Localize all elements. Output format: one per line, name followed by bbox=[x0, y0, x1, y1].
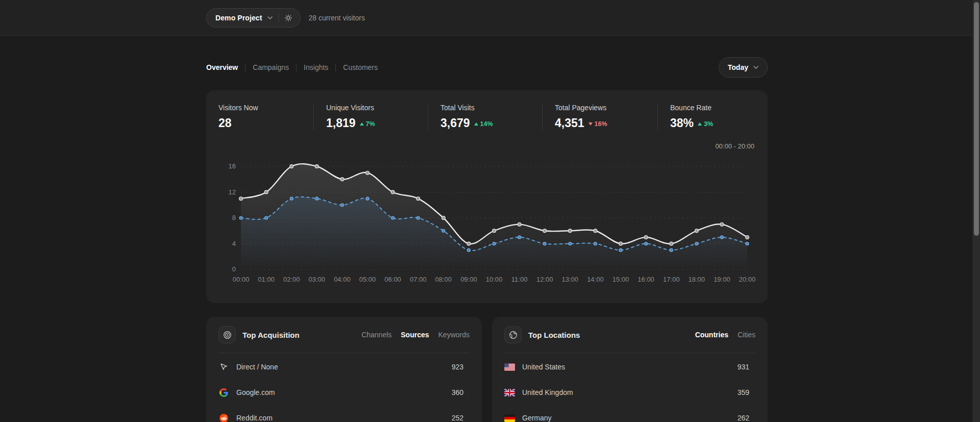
target-icon bbox=[223, 331, 232, 339]
up-triangle-icon bbox=[698, 122, 702, 126]
row-value: 923 bbox=[452, 363, 470, 371]
scrollbar-track[interactable] bbox=[972, 0, 980, 422]
svg-text:17:00: 17:00 bbox=[663, 276, 680, 283]
row-value: 262 bbox=[738, 414, 755, 422]
card-title: Top Acquisition bbox=[242, 331, 300, 339]
uk-flag-icon bbox=[504, 389, 515, 396]
location-row[interactable]: United States 931 bbox=[504, 354, 755, 380]
scrollbar-thumb[interactable] bbox=[974, 2, 979, 236]
stat-bounce-rate: Bounce Rate 38% 3% bbox=[657, 104, 755, 130]
icon-box bbox=[504, 326, 522, 343]
top-locations-header: Top Locations Countries Cities bbox=[504, 317, 755, 353]
svg-text:15:00: 15:00 bbox=[612, 276, 629, 283]
top-acquisition-header: Top Acquisition Channels Sources Keyword… bbox=[218, 317, 470, 353]
stat-delta: 3% bbox=[698, 120, 713, 128]
main-tabs: Overview Campaigns Insights Customers bbox=[206, 63, 378, 71]
de-flag-icon bbox=[504, 414, 515, 422]
tab-separator bbox=[245, 64, 246, 71]
svg-text:19:00: 19:00 bbox=[714, 276, 730, 283]
svg-text:16: 16 bbox=[229, 162, 236, 170]
tab-sources[interactable]: Sources bbox=[401, 331, 429, 339]
svg-text:0: 0 bbox=[232, 265, 236, 273]
svg-text:00:00: 00:00 bbox=[233, 276, 250, 283]
tab-campaigns[interactable]: Campaigns bbox=[253, 63, 289, 71]
nav-row: Overview Campaigns Insights Customers To… bbox=[206, 57, 768, 78]
svg-text:20:00: 20:00 bbox=[739, 276, 755, 283]
current-visitors-label: 28 current visitors bbox=[308, 14, 364, 22]
svg-text:03:00: 03:00 bbox=[309, 276, 326, 283]
tab-insights[interactable]: Insights bbox=[304, 63, 328, 71]
acquisition-row[interactable]: Reddit.com 252 bbox=[218, 405, 470, 422]
svg-text:11:00: 11:00 bbox=[511, 276, 528, 283]
row-value: 252 bbox=[452, 414, 470, 422]
date-range-button[interactable]: Today bbox=[719, 57, 768, 78]
svg-text:02:00: 02:00 bbox=[283, 276, 300, 283]
project-name: Demo Project bbox=[215, 14, 262, 22]
divider bbox=[278, 13, 279, 22]
reddit-icon bbox=[218, 414, 229, 422]
stat-value: 3,679 bbox=[440, 116, 470, 130]
topbar: Demo Project 28 current visitors bbox=[0, 0, 980, 36]
svg-text:12:00: 12:00 bbox=[536, 276, 553, 283]
cursor-icon bbox=[218, 363, 229, 371]
location-row[interactable]: Germany 262 bbox=[504, 405, 755, 422]
svg-text:05:00: 05:00 bbox=[359, 276, 376, 283]
svg-text:08:00: 08:00 bbox=[435, 276, 452, 283]
chevron-down-icon bbox=[267, 16, 273, 19]
acquisition-row[interactable]: Google.com 360 bbox=[218, 380, 470, 405]
stat-total-pageviews: Total Pageviews 4,351 16% bbox=[542, 104, 657, 130]
location-row[interactable]: United Kingdom 359 bbox=[504, 380, 755, 405]
svg-text:12: 12 bbox=[229, 188, 236, 196]
globe-icon bbox=[509, 331, 518, 339]
stat-delta: 14% bbox=[474, 120, 493, 128]
svg-text:18:00: 18:00 bbox=[689, 276, 705, 283]
svg-text:06:00: 06:00 bbox=[384, 276, 401, 283]
stat-unique-visitors: Unique Visitors 1,819 7% bbox=[313, 104, 428, 130]
tab-separator bbox=[335, 64, 336, 71]
stat-visitors-now: Visitors Now 28 bbox=[218, 104, 313, 130]
svg-text:04:00: 04:00 bbox=[334, 276, 351, 283]
icon-box bbox=[218, 326, 236, 343]
svg-text:07:00: 07:00 bbox=[410, 276, 427, 283]
locations-tabs: Countries Cities bbox=[695, 331, 755, 339]
tab-customers[interactable]: Customers bbox=[343, 63, 378, 71]
top-acquisition-card: Top Acquisition Channels Sources Keyword… bbox=[206, 317, 482, 422]
svg-text:14:00: 14:00 bbox=[587, 276, 604, 283]
project-switcher[interactable]: Demo Project bbox=[206, 8, 301, 28]
stat-total-visits: Total Visits 3,679 14% bbox=[428, 104, 542, 130]
settings-gear-icon[interactable] bbox=[284, 14, 292, 22]
top-locations-card: Top Locations Countries Cities bbox=[492, 317, 768, 422]
stat-delta: 16% bbox=[589, 120, 607, 128]
stat-value: 28 bbox=[218, 116, 232, 130]
tab-channels[interactable]: Channels bbox=[361, 331, 391, 339]
down-triangle-icon bbox=[589, 122, 593, 126]
stats-row: Visitors Now 28 Unique Visitors 1,819 7%… bbox=[206, 90, 768, 130]
stat-delta: 7% bbox=[360, 120, 375, 128]
chevron-down-icon bbox=[753, 66, 758, 69]
svg-text:4: 4 bbox=[232, 240, 236, 247]
visitors-chart[interactable]: 048121600:0001:0002:0003:0004:0005:0006:… bbox=[218, 136, 755, 294]
date-range-label: Today bbox=[728, 63, 748, 71]
svg-text:13:00: 13:00 bbox=[562, 276, 579, 283]
acquisition-tabs: Channels Sources Keywords bbox=[361, 331, 470, 339]
us-flag-icon bbox=[504, 363, 515, 371]
svg-text:10:00: 10:00 bbox=[486, 276, 503, 283]
svg-text:16:00: 16:00 bbox=[638, 276, 654, 283]
tab-countries[interactable]: Countries bbox=[695, 331, 728, 339]
tab-cities[interactable]: Cities bbox=[738, 331, 755, 339]
stat-value: 1,819 bbox=[326, 116, 356, 130]
stat-value: 38% bbox=[670, 116, 694, 130]
row-value: 931 bbox=[738, 363, 755, 371]
up-triangle-icon bbox=[360, 122, 364, 126]
up-triangle-icon bbox=[474, 122, 478, 126]
tab-separator bbox=[296, 64, 297, 71]
overview-card: Visitors Now 28 Unique Visitors 1,819 7%… bbox=[206, 90, 768, 303]
google-icon bbox=[218, 388, 229, 397]
svg-text:8: 8 bbox=[232, 214, 236, 221]
row-value: 359 bbox=[738, 388, 755, 396]
tab-keywords[interactable]: Keywords bbox=[438, 331, 470, 339]
tab-overview[interactable]: Overview bbox=[206, 63, 238, 71]
card-title: Top Locations bbox=[528, 331, 580, 339]
acquisition-row[interactable]: Direct / None 923 bbox=[218, 354, 470, 380]
stat-value: 4,351 bbox=[555, 116, 584, 130]
